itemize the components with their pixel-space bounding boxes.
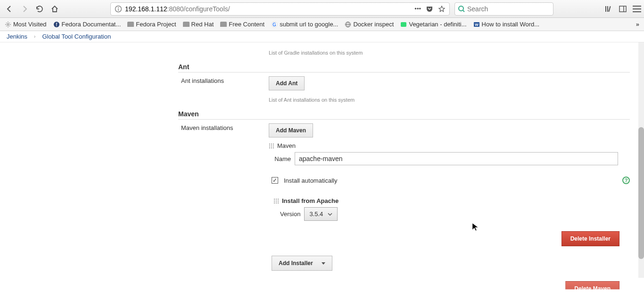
breadcrumb-global-tool[interactable]: Global Tool Configuration: [42, 33, 111, 40]
grip-icon[interactable]: [269, 143, 274, 149]
bookmark-label: Vegetarian - definiti...: [409, 21, 466, 28]
more-icon[interactable]: •••: [414, 5, 421, 12]
svg-line-4: [463, 10, 464, 12]
pocket-icon[interactable]: [426, 5, 433, 13]
bookmark-label: How to install Word...: [482, 21, 540, 28]
word-icon: W: [473, 21, 480, 28]
bookmark-redhat[interactable]: Red Hat: [183, 21, 214, 28]
url-text: 192.168.1.112:8080/configureTools/: [125, 5, 412, 13]
caret-down-icon: [322, 262, 325, 265]
folder-icon: [220, 22, 227, 27]
globe-icon: [345, 21, 351, 28]
delete-maven-button[interactable]: Delete Maven: [565, 281, 619, 296]
add-maven-button[interactable]: Add Maven: [269, 123, 313, 137]
chevron-down-icon: [328, 213, 332, 216]
fedora-icon: f: [53, 21, 60, 28]
bookmarks-bar: Most Visited f Fedora Documentat... Fedo…: [0, 18, 644, 31]
main-content: List of Gradle installations on this sys…: [0, 42, 644, 299]
svg-text:f: f: [56, 22, 57, 27]
reload-button[interactable]: [33, 2, 46, 16]
ant-heading: Ant: [178, 63, 630, 71]
bookmark-label: Red Hat: [191, 21, 214, 28]
bookmark-fedora-project[interactable]: Fedora Project: [127, 21, 176, 28]
scrollbar[interactable]: [638, 42, 644, 278]
version-select[interactable]: 3.5.4: [304, 207, 338, 221]
bookmark-most-visited[interactable]: Most Visited: [5, 21, 47, 28]
svg-rect-18: [401, 22, 406, 27]
scrollbar-thumb[interactable]: [638, 127, 644, 259]
maven-block-title: Maven: [269, 142, 630, 149]
svg-rect-6: [607, 6, 608, 12]
bookmark-label: Most Visited: [13, 21, 47, 28]
name-label: Name: [273, 155, 295, 162]
bookmark-google-submit[interactable]: G submit url to google...: [271, 21, 338, 28]
bookmark-label: Free Content: [229, 21, 264, 28]
svg-rect-7: [608, 6, 611, 11]
bookmark-label: Fedora Documentat...: [62, 21, 121, 28]
help-icon[interactable]: ?: [622, 177, 630, 184]
bookmark-docker[interactable]: Docker inspect: [345, 21, 394, 28]
svg-rect-5: [605, 6, 606, 12]
bookmark-fedora-doc[interactable]: f Fedora Documentat...: [53, 21, 121, 28]
svg-rect-8: [619, 6, 626, 12]
bookmark-vegetarian[interactable]: Vegetarian - definiti...: [400, 21, 466, 28]
maven-name-input[interactable]: [295, 152, 618, 165]
install-auto-checkbox[interactable]: [272, 177, 278, 184]
svg-point-1: [118, 7, 119, 8]
bookmark-free-content[interactable]: Free Content: [220, 21, 264, 28]
svg-text:G: G: [272, 22, 276, 27]
svg-point-10: [7, 24, 9, 25]
overflow-chevron-icon[interactable]: »: [636, 21, 639, 28]
maven-installations-label: Maven installations: [178, 123, 269, 131]
svg-rect-2: [118, 8, 118, 11]
search-engine-icon: [458, 5, 465, 13]
bookmark-label: Docker inspect: [353, 21, 394, 28]
sidebar-icon[interactable]: [619, 5, 627, 13]
divider: [178, 72, 630, 73]
dict-icon: [400, 21, 407, 28]
bookmark-label: Fedora Project: [136, 21, 176, 28]
add-ant-button[interactable]: Add Ant: [269, 76, 305, 90]
star-icon[interactable]: [438, 5, 446, 13]
search-box[interactable]: [454, 2, 553, 16]
grip-icon[interactable]: [273, 198, 279, 204]
home-button[interactable]: [48, 2, 61, 16]
installer-header: Install from Apache: [273, 197, 630, 204]
url-bar[interactable]: 192.168.1.112:8080/configureTools/ •••: [110, 2, 450, 16]
add-installer-button[interactable]: Add Installer: [272, 256, 332, 271]
library-icon[interactable]: [604, 5, 613, 13]
ant-hint: List of Ant installations on this system: [269, 97, 630, 103]
breadcrumb-jenkins[interactable]: Jenkins: [7, 33, 27, 40]
search-input[interactable]: [467, 5, 550, 13]
gear-icon: [5, 21, 11, 28]
divider: [178, 119, 630, 120]
chevron-right-icon: ›: [34, 34, 35, 39]
bookmark-label: submit url to google...: [280, 21, 338, 28]
back-button[interactable]: [3, 2, 16, 16]
menu-button[interactable]: [633, 6, 641, 12]
delete-installer-button[interactable]: Delete Installer: [561, 231, 619, 246]
bookmark-word[interactable]: W How to install Word...: [473, 21, 540, 28]
breadcrumb: Jenkins › Global Tool Configuration: [0, 31, 644, 42]
browser-toolbar: 192.168.1.112:8080/configureTools/ •••: [0, 0, 644, 18]
folder-icon: [127, 22, 134, 27]
ant-installations-label: Ant installations: [178, 76, 269, 84]
forward-button[interactable]: [18, 2, 31, 16]
install-auto-label: Install automatically: [284, 177, 337, 184]
google-icon: G: [271, 21, 278, 28]
gradle-hint: List of Gradle installations on this sys…: [269, 50, 630, 56]
folder-icon: [183, 22, 190, 27]
version-label: Version: [280, 210, 300, 218]
info-icon: [115, 5, 122, 13]
svg-text:W: W: [475, 23, 479, 27]
svg-point-3: [459, 6, 463, 11]
maven-heading: Maven: [178, 110, 630, 118]
